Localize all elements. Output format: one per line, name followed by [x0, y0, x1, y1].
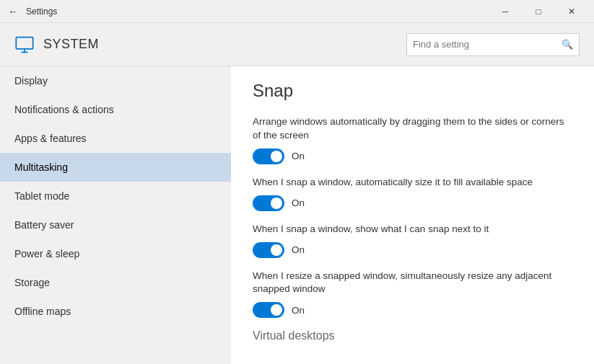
main-panel: Snap Arrange windows automatically by dr… [231, 66, 594, 364]
toggle-row-snap-resize: On [253, 302, 572, 318]
toggle-snap-resize[interactable] [253, 302, 284, 318]
toggle-snap-arrange-label: On [292, 151, 305, 161]
toggle-snap-show-label: On [292, 244, 305, 255]
system-icon [14, 35, 35, 55]
sidebar-item-apps[interactable]: Apps & features [0, 124, 231, 153]
maximize-button[interactable]: □ [522, 0, 555, 23]
toggle-snap-fill[interactable] [253, 195, 284, 211]
close-button[interactable]: ✕ [555, 0, 588, 23]
header-title: SYSTEM [43, 37, 406, 52]
setting-snap-show: When I snap a window, show what I can sn… [253, 223, 572, 258]
minimize-button[interactable]: ─ [489, 0, 522, 23]
sidebar-item-display[interactable]: Display [0, 66, 231, 95]
page-title: Snap [253, 81, 572, 101]
sidebar-item-power[interactable]: Power & sleep [0, 239, 231, 268]
toggle-snap-resize-label: On [292, 305, 305, 316]
setting-snap-resize: When I resize a snapped window, simultan… [253, 270, 572, 319]
setting-snap-fill: When I snap a window, automatically size… [253, 176, 572, 211]
sidebar-item-multitasking[interactable]: Multitasking [0, 153, 231, 182]
svg-rect-0 [16, 37, 32, 48]
virtual-desktops-title: Virtual desktops [253, 329, 572, 342]
content-area: Display Notifications & actions Apps & f… [0, 66, 594, 364]
search-icon: 🔍 [562, 39, 573, 50]
sidebar-item-storage[interactable]: Storage [0, 268, 231, 297]
toggle-snap-show[interactable] [253, 242, 284, 258]
sidebar-item-maps[interactable]: Offline maps [0, 297, 231, 326]
setting-snap-show-description: When I snap a window, show what I can sn… [253, 223, 572, 236]
sidebar: Display Notifications & actions Apps & f… [0, 66, 231, 364]
title-bar: ← Settings ─ □ ✕ [0, 0, 594, 23]
toggle-row-snap-show: On [253, 242, 572, 258]
search-input[interactable] [413, 39, 562, 50]
toggle-row-snap-arrange: On [253, 148, 572, 164]
setting-snap-arrange: Arrange windows automatically by draggin… [253, 115, 572, 164]
sidebar-item-battery[interactable]: Battery saver [0, 210, 231, 239]
sidebar-item-notifications[interactable]: Notifications & actions [0, 95, 231, 124]
header: SYSTEM 🔍 [0, 23, 594, 66]
setting-snap-resize-description: When I resize a snapped window, simultan… [253, 270, 572, 297]
toggle-row-snap-fill: On [253, 195, 572, 211]
toggle-snap-fill-label: On [292, 197, 305, 208]
setting-snap-arrange-description: Arrange windows automatically by draggin… [253, 115, 572, 143]
app-container: SYSTEM 🔍 Display Notifications & actions… [0, 23, 594, 364]
title-bar-title: Settings [26, 6, 489, 17]
back-button[interactable]: ← [6, 4, 20, 19]
sidebar-item-tablet[interactable]: Tablet mode [0, 182, 231, 210]
setting-snap-fill-description: When I snap a window, automatically size… [253, 176, 572, 190]
search-box[interactable]: 🔍 [406, 33, 580, 56]
toggle-snap-arrange[interactable] [253, 148, 284, 164]
title-bar-controls: ─ □ ✕ [489, 0, 588, 23]
